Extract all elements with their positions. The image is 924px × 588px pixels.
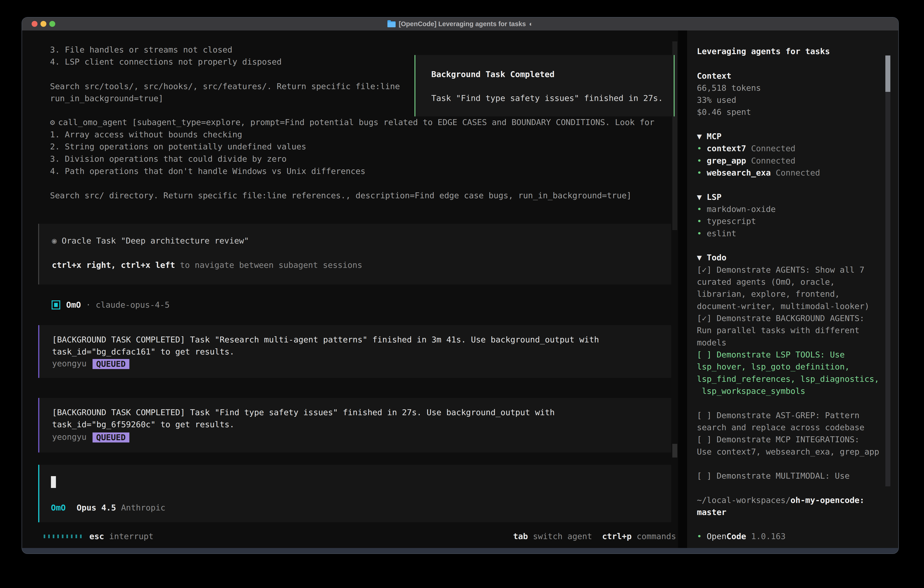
status-dot-icon: • [697, 532, 707, 541]
terminal-line: 1. Array access without bounds checking [50, 129, 242, 140]
terminal-line: 3. Division operations that could divide… [50, 153, 287, 165]
todo-line: Run parallel tasks with different [697, 324, 860, 336]
todo-line: search and replace across codebase [697, 421, 865, 433]
terminal-window: 3. File handles or streams not closed 4.… [21, 17, 899, 554]
main-pane: 3. File handles or streams not closed 4.… [22, 18, 678, 554]
todo-line-active: [ ] Demonstrate LSP TOOLS: Use [697, 349, 845, 361]
window-title-group: [OpenCode] Leveraging agents for tasks ◐ [388, 20, 533, 28]
todo-line: Use context7, websearch_exa, grep_app [697, 446, 879, 458]
esc-key-label: interrupt [109, 532, 153, 541]
task-message-line: [BACKGROUND TASK COMPLETED] Task "Find t… [52, 406, 555, 418]
context-spent: $0.46 spent [697, 106, 751, 118]
notification-title: Background Task Completed [431, 68, 554, 80]
mcp-item: • websearch_exa Connected [697, 167, 820, 179]
git-branch: master [697, 506, 726, 518]
todo-section-header[interactable]: ▼ Todo [697, 251, 726, 264]
lsp-section-header[interactable]: ▼ LSP [697, 191, 721, 203]
task-card: [BACKGROUND TASK COMPLETED] Task "Resear… [38, 325, 671, 378]
hint-text: to navigate between subagent sessions [175, 260, 362, 270]
lsp-item: • markdown-oxide [697, 203, 776, 215]
sidebar: Leveraging agents for tasks Context 66,5… [687, 30, 899, 549]
scrollbar-handle[interactable] [672, 444, 677, 458]
tab-key-label: switch agent [533, 532, 592, 541]
active-agent: OmO [51, 503, 66, 512]
zoom-window-button[interactable] [50, 21, 55, 27]
terminal-line: 4. LSP client connections not properly d… [50, 56, 282, 68]
task-message-line: task_id="bg_6f59260c" to get results. [52, 418, 234, 430]
lsp-item: • eslint [697, 227, 736, 239]
workspace-path: ~/local-workspaces/oh-my-opencode: [697, 494, 865, 506]
statusbar-right: tabswitch agentctrl+pcommands [513, 530, 676, 542]
todo-line-active: lsp_workspace_symbols [697, 385, 805, 397]
terminal-line: Search src/tools/, src/hooks/, src/featu… [50, 80, 400, 92]
traffic-lights [31, 21, 55, 27]
username: yeongyu [52, 432, 87, 441]
agent-square-icon [52, 301, 60, 309]
version-footer: • OpenCode 1.0.163 [697, 530, 785, 542]
todo-line: curated agents (OmO, oracle, [697, 276, 835, 288]
active-model: Opus 4.5 [77, 503, 116, 512]
lsp-item: • typescript [697, 215, 756, 227]
text-cursor [51, 476, 56, 488]
todo-line: models [697, 337, 726, 349]
spinner-dots-icon [44, 535, 82, 538]
separator: · [81, 300, 96, 309]
status-dot-icon: • [697, 156, 707, 165]
task-message-line: [BACKGROUND TASK COMPLETED] Task "Resear… [52, 334, 599, 345]
chevron-down-icon: ▼ [697, 192, 707, 202]
ctrlp-key-hint: ctrl+p [602, 532, 632, 541]
background-task-notification[interactable]: Background Task Completed Task "Find typ… [414, 55, 675, 116]
close-window-button[interactable] [31, 21, 38, 27]
todo-line: document-writer, multimodal-looker) [697, 300, 870, 312]
scrollbar-handle[interactable] [885, 56, 890, 92]
mcp-section-header[interactable]: ▼ MCP [697, 130, 721, 142]
task-card: [BACKGROUND TASK COMPLETED] Task "Find t… [38, 398, 671, 453]
status-dot-icon: • [697, 144, 707, 153]
pane-divider [678, 30, 687, 549]
todo-line-active: lsp_hover, lsp_goto_definition, [697, 361, 850, 373]
window-titlebar[interactable]: [OpenCode] Leveraging agents for tasks ◐ [22, 18, 898, 30]
terminal-line: 4. Path operations that don't handle Win… [50, 165, 365, 177]
todo-line: [✓] Demonstrate BACKGROUND AGENTS: [697, 312, 865, 324]
window-title: [OpenCode] Leveraging agents for tasks [399, 20, 526, 28]
todo-line: [✓] Demonstrate AGENTS: Show all 7 [697, 264, 865, 276]
todo-line-active: lsp_find_references, lsp_diagnostics, [697, 373, 879, 385]
context-header: Context [697, 70, 731, 82]
todo-line: [ ] Demonstrate MCP INTEGRATIONS: [697, 433, 860, 446]
todo-line: librarian, explore, frontend, [697, 288, 840, 300]
terminal-line: run_in_background=true] [50, 92, 163, 104]
tool-call-header: ⚙call_omo_agent [subagent_type=explore, … [50, 116, 654, 128]
status-dot-icon: • [697, 229, 707, 238]
minimize-window-button[interactable] [40, 21, 46, 27]
ctrlp-key-label: commands [637, 532, 676, 541]
statusbar-left: esc interrupt [44, 530, 153, 542]
oracle-task-title: Oracle Task "Deep architecture review" [57, 236, 249, 245]
agent-name: OmO [66, 300, 81, 309]
gear-icon: ⚙ [50, 117, 55, 127]
agent-model: claude-opus-4-5 [96, 300, 170, 309]
session-indicator-icon: ◐ [529, 20, 533, 28]
status-dot-icon: • [697, 205, 707, 214]
esc-key-hint: esc [89, 532, 104, 541]
notification-body: Task "Find type safety issues" finished … [431, 92, 663, 104]
chevron-down-icon: ▼ [697, 253, 707, 262]
terminal-line: 2. String operations on potentially unde… [50, 140, 306, 153]
session-title: Leveraging agents for tasks [697, 45, 830, 57]
tab-key-hint: tab [513, 532, 528, 541]
status-dot-icon: • [697, 168, 707, 177]
todo-line: [ ] Demonstrate AST-GREP: Pattern [697, 409, 860, 421]
window-bottom-edge [22, 548, 898, 553]
folder-icon [388, 21, 396, 27]
status-badge: QUEUED [92, 359, 129, 369]
prompt-input[interactable]: OmOOpus 4.5Anthropic [38, 465, 671, 522]
agent-header: OmO · claude-opus-4-5 [52, 299, 170, 311]
terminal-line: 3. File handles or streams not closed [50, 44, 233, 56]
oracle-task-card: ◉ Oracle Task "Deep architecture review"… [38, 224, 671, 284]
terminal-line: Search src/ directory. Return specific f… [50, 189, 632, 202]
model-provider: Anthropic [121, 503, 165, 512]
chevron-down-icon: ▼ [697, 132, 707, 141]
status-dot-icon: • [697, 216, 707, 226]
status-dot-icon: ◉ [52, 236, 57, 245]
todo-line: [ ] Demonstrate MULTIMODAL: Use [697, 470, 850, 482]
scrollbar-track[interactable] [885, 92, 890, 486]
